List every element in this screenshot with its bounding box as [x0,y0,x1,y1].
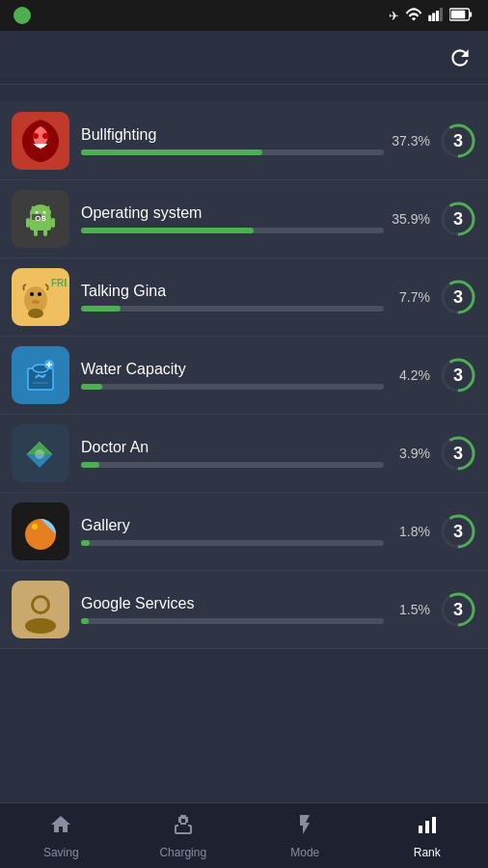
svg-rect-5 [470,12,473,16]
progress-bar-container [81,306,384,312]
app-percent: 3.9% [384,446,430,461]
progress-bar [81,618,89,624]
progress-bar-container [81,149,384,155]
svg-rect-59 [432,817,436,833]
app-info: Water Capacity [81,361,384,390]
subtitle [0,85,488,102]
svg-point-32 [32,300,40,304]
svg-text:OS: OS [35,214,46,223]
rank-badge: 3 [440,357,476,393]
app-icon: OS [12,190,69,248]
app-info: Gallery [81,517,384,546]
nav-item-saving[interactable]: Saving [0,803,122,868]
svg-point-33 [28,309,43,318]
app-percent: 35.9% [384,211,430,227]
progress-bar [81,306,121,312]
app-info: Doctor An [81,439,384,468]
progress-bar [81,540,90,546]
app-info: Bullfighting [81,126,384,155]
nav-item-charging[interactable]: Charging [122,803,245,868]
nav-label: Saving [43,846,79,859]
svg-rect-14 [26,218,30,228]
svg-rect-2 [436,11,439,21]
svg-point-9 [42,133,48,139]
battery-icon [449,8,473,24]
svg-rect-57 [419,826,422,833]
app-name: Operating system [81,204,384,222]
app-list: Bullfighting37.3% 3 OS Operating system3… [0,102,488,781]
progress-bar-container [81,228,384,233]
app-name: Gallery [81,517,384,534]
app-icon [12,502,69,560]
svg-rect-6 [451,10,466,18]
rank-badge: 3 [440,513,476,550]
list-item[interactable]: Google Services1.5% 3 [0,571,488,649]
app-name: Bullfighting [81,126,384,144]
app-name: Talking Gina [81,283,384,300]
progress-bar [81,384,102,390]
app-percent: 1.5% [384,602,430,617]
saving-icon [49,813,72,842]
list-item[interactable]: Bullfighting37.3% 3 [0,102,488,180]
progress-bar-container [81,540,384,546]
bottom-nav: Saving Charging Mode Rank [0,802,488,868]
svg-point-54 [34,598,47,611]
battery-level [14,7,31,24]
rank-badge: 3 [440,201,476,237]
progress-bar [81,462,99,468]
svg-rect-0 [428,14,431,20]
nav-item-mode[interactable]: Mode [244,803,366,868]
app-name: Doctor An [81,439,384,456]
nav-label: Mode [290,846,319,859]
charging-icon [172,813,195,842]
rank-badge: 3 [440,591,476,628]
list-item[interactable]: Gallery1.8% 3 [0,493,488,571]
app-percent: 4.2% [384,367,430,383]
nav-item-rank[interactable]: Rank [366,803,489,868]
svg-rect-16 [34,228,38,236]
app-icon [12,581,69,638]
svg-point-48 [32,524,38,529]
rank-badge: 3 [440,279,476,315]
status-right: ✈ [389,8,478,24]
svg-point-43 [35,449,44,459]
svg-rect-58 [425,821,429,833]
rank-badge: 3 [440,435,476,472]
list-item[interactable]: Doctor An3.9% 3 [0,415,488,493]
status-left [10,7,31,24]
list-item[interactable]: FREE Talking Gina7.7% 3 [0,258,488,337]
app-icon [12,346,69,404]
svg-point-53 [25,618,56,634]
wifi-icon [405,8,422,24]
header [0,31,488,85]
app-percent: 7.7% [384,289,430,305]
app-percent: 37.3% [384,133,430,149]
list-item[interactable]: Water Capacity4.2% 3 [0,337,488,415]
signal-icon: ✈ [389,9,399,23]
svg-rect-15 [51,218,55,228]
app-name: Google Services [81,595,384,612]
app-info: Talking Gina [81,283,384,312]
app-name: Water Capacity [81,361,384,378]
svg-point-30 [30,292,34,296]
refresh-button[interactable] [447,45,473,70]
progress-bar-container [81,462,384,468]
app-icon [12,424,69,482]
svg-rect-1 [432,13,435,21]
progress-bar-container [81,618,384,624]
app-info: Operating system [81,204,384,233]
app-info: Google Services [81,595,384,624]
status-bar: ✈ [0,0,488,31]
svg-rect-3 [440,8,443,21]
progress-bar [81,149,262,155]
svg-text:FREE: FREE [51,278,67,288]
svg-rect-17 [43,228,47,236]
svg-point-8 [33,133,39,139]
nav-label: Charging [159,846,206,859]
app-icon: FREE [12,268,69,326]
svg-point-31 [38,292,41,296]
mode-icon [293,813,316,842]
rank-badge: 3 [440,122,476,159]
cellular-icon [428,8,444,24]
list-item[interactable]: OS Operating system35.9% 3 [0,180,488,258]
